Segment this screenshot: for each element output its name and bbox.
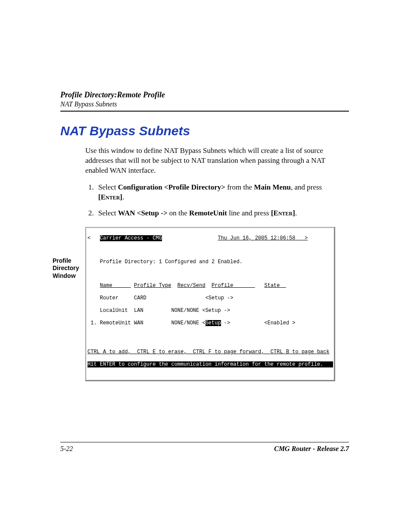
intro-paragraph: Use this window to define NAT Bypass Sub… xyxy=(85,146,349,176)
running-header-title: Profile Directory:Remote Profile xyxy=(60,90,349,100)
steps-list: Select Configuration <Profile Directory>… xyxy=(85,183,349,218)
terminal-status: Profile Directory: 1 Configured and 2 En… xyxy=(87,259,333,265)
section-title: NAT Bypass Subnets xyxy=(60,124,349,138)
step-2: Select WAN <Setup -> on the RemoteUnit l… xyxy=(96,208,349,218)
footer-rule xyxy=(60,442,349,442)
product-footer: CMG Router - Release 2.7 xyxy=(274,445,349,453)
terminal-screenshot: < Carrier Access - CMG Thu Jun 16, 2005 … xyxy=(85,227,335,381)
terminal-row-router: Router CARD <Setup -> xyxy=(87,295,333,301)
running-header-subtitle: NAT Bypass Subnets xyxy=(60,100,349,108)
header-rule xyxy=(60,111,349,112)
step-1: Select Configuration <Profile Directory>… xyxy=(96,183,349,202)
terminal-row-remoteunit: 1. RemoteUnit WAN NONE/NONE <Setup -> <E… xyxy=(87,320,333,326)
terminal-headers: Name Profile Type Recv/Send Profile Stat… xyxy=(87,283,333,289)
figure-caption: Profile Directory Window xyxy=(53,257,83,280)
terminal-enter-hint: Hit ENTER to configure the communication… xyxy=(87,361,333,367)
terminal-titlebar: < Carrier Access - CMG Thu Jun 16, 2005 … xyxy=(87,235,333,241)
page-number: 5-22 xyxy=(60,445,73,453)
terminal-row-localunit: LocalUnit LAN NONE/NONE <Setup -> xyxy=(87,308,333,314)
terminal-ctrl-hints: CTRL A to add, CTRL E to erase, CTRL F t… xyxy=(87,349,333,355)
